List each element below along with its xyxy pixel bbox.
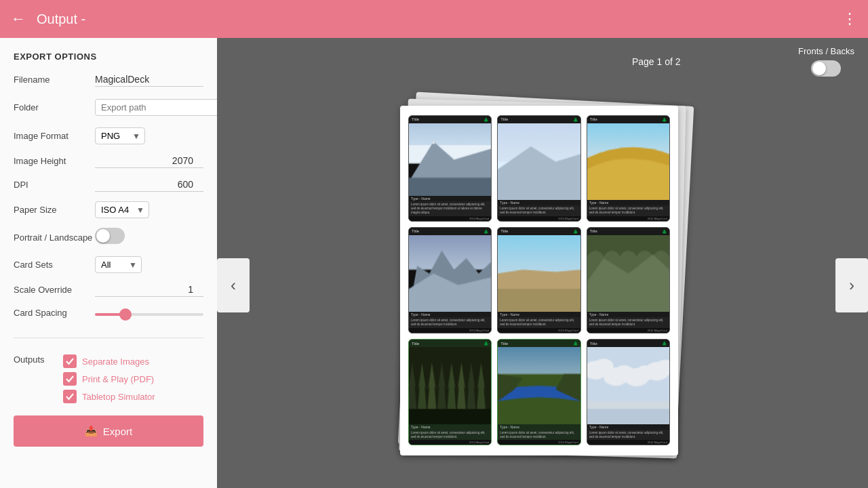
outputs-row: Outputs Separate Images [14,354,203,403]
page-info: Page 1 of 2 [514,56,797,67]
scale-override-label: Scale Override [14,285,95,295]
card-8-footer: 2014 MagicCard [498,440,580,445]
card-4-mana: 🌲 [484,229,488,234]
folder-row: Folder 🔍 [14,96,203,118]
prev-page-button[interactable]: ‹ [217,258,250,312]
more-menu-button[interactable]: ⋮ [842,10,857,28]
portrait-toggle[interactable] [95,228,125,244]
card-3-text: Lorem ipsum dolor sit amet, consectetur … [587,205,669,216]
filename-control [95,73,203,87]
tabletop-simulator-check[interactable]: Tabletop Simulator [63,390,155,403]
image-height-input[interactable] [95,154,203,168]
chevron-right-icon: › [849,276,854,295]
card-9-canvas [587,347,669,424]
print-play-check[interactable]: Print & Play (PDF) [63,372,155,386]
scale-override-row: Scale Override [14,283,203,297]
page-title: Output - [37,12,842,27]
card-sets-select-wrapper: AllSet 1Set 2 ▼ [95,256,142,273]
card-5-canvas [498,235,580,312]
dpi-row: DPI [14,178,203,192]
card-5-footer: 2014 MagicCard [498,328,580,333]
separate-images-check[interactable]: Separate Images [63,354,155,368]
fronts-backs-label: Fronts / Backs [798,46,854,56]
card-9: Title 🌲 Type - Name Lorem ipsum dolor si… [587,339,670,445]
card-6-image [587,235,669,312]
card-4: Title 🌲 Type - Name Lorem ipsum dolor si… [408,227,492,333]
image-format-label: Image Format [14,131,95,141]
right-panel: Page 1 of 2 Fronts / Backs ‹ [217,38,868,488]
card-2-image [498,123,580,201]
card-sets-control: AllSet 1Set 2 ▼ [95,256,203,273]
card-sets-select[interactable]: AllSet 1Set 2 [101,260,136,270]
card-2: Title 🌲 Type - Name Lorem ipsum dolor si… [497,115,580,222]
card-6: Title 🌲 Type - Name Lorem ipsum dolor si… [587,227,670,333]
card-8-mana: 🌲 [573,341,578,346]
image-height-label: Image Height [14,156,95,166]
chevron-left-icon: ‹ [231,276,236,295]
filename-input[interactable] [95,73,203,87]
separate-images-checkbox[interactable] [63,354,77,368]
page-header: Page 1 of 2 Fronts / Backs [217,38,868,82]
image-format-control: PNGJPGWebP ▼ [95,127,203,144]
fronts-backs-toggle[interactable] [811,60,841,77]
card-5-type: Type - Name [498,312,580,317]
card-1-title: Title [412,117,419,121]
image-format-select[interactable]: PNGJPGWebP [101,131,139,141]
paper-size-select[interactable]: ISO A4LetterLegalA3 [101,205,143,215]
export-icon: 📤 [85,425,98,437]
dpi-input[interactable] [95,178,203,192]
card-1-type: Type - Name [409,196,491,201]
paper-stack: Title 🌲 Type - Name Lorem ipsum dolor si… [400,106,685,465]
card-3-image [587,123,669,201]
image-height-control [95,154,203,168]
card-1-canvas [409,123,491,197]
card-9-mana: 🌲 [662,341,667,346]
card-7-image [409,347,491,424]
card-2-header: Title 🌲 [498,116,580,123]
card-7-type: Type - Name [409,424,491,430]
card-5-header: Title 🌲 [498,228,580,235]
folder-control: 🔍 [95,96,217,118]
tabletop-simulator-checkbox[interactable] [63,390,77,403]
export-button[interactable]: 📤 Export [14,415,203,447]
card-8-canvas [498,347,580,424]
paper-size-label: Paper Size [14,205,95,215]
card-5-text: Lorem ipsum dolor sit amet, consectetur … [498,317,580,328]
card-9-title: Title [590,342,597,346]
next-page-button[interactable]: › [835,258,868,312]
print-play-checkbox[interactable] [63,372,77,386]
card-9-image [587,347,669,424]
card-8: Title 🌲 Type - Name Lorem ipsum dolor si… [497,339,580,445]
top-bar: ← Output - ⋮ [0,0,868,38]
main-layout: EXPORT OPTIONS Filename Folder 🔍 Image F… [0,38,868,488]
scale-override-input[interactable] [95,283,203,297]
outputs-label: Outputs [14,354,58,365]
card-5-mana: 🌲 [573,229,578,234]
card-6-mana: 🌲 [662,229,667,234]
card-9-header: Title 🌲 [587,340,669,347]
card-1-image [409,123,491,197]
card-8-title: Title [500,342,508,346]
card-4-title: Title [412,229,419,233]
separate-images-label: Separate Images [82,357,149,367]
folder-input[interactable] [95,99,217,116]
card-9-footer: 2014 MagicCard [587,440,669,445]
scale-override-control [95,283,203,297]
card-8-type: Type - Name [498,424,580,430]
card-3-mana: 🌲 [662,117,667,122]
portrait-toggle-control [95,228,203,247]
portrait-landscape-label: Portrait / Landscape [14,232,95,243]
card-3-type: Type - Name [587,200,669,205]
card-4-text: Lorem ipsum dolor sit amet, consectetur … [409,317,491,328]
card-spacing-slider[interactable] [95,313,203,316]
print-play-label: Print & Play (PDF) [82,374,154,384]
left-panel: EXPORT OPTIONS Filename Folder 🔍 Image F… [0,38,217,488]
card-6-type: Type - Name [587,312,669,317]
checkmark-icon [65,374,75,384]
card-2-canvas [498,123,580,201]
dpi-label: DPI [14,180,95,190]
card-7-title: Title [412,342,419,346]
back-button[interactable]: ← [11,10,26,28]
card-4-image [409,235,491,312]
card-7-header: Title 🌲 [409,340,491,347]
